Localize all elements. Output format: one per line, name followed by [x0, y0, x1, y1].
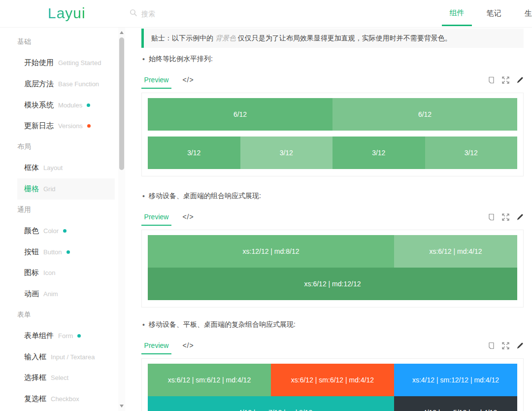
grid-row: xs:6/12 | sm:6/12 | md:4/12xs:6/12 | sm:… — [148, 364, 517, 396]
demo-container: xs:12/12 | md:8/12xs:6/12 | md:4/12xs:6/… — [141, 230, 524, 308]
sidebar-item-subtitle: Input / Textarea — [51, 353, 95, 361]
sidebar-item-subtitle: Versions — [58, 122, 83, 130]
grid-cell: xs:6/12 | md:12/12 — [148, 268, 517, 300]
example-heading: •移动设备、桌面端的组合响应式展现: — [141, 191, 524, 201]
tab-toolbar — [487, 340, 524, 349]
example-heading-text: 始终等比例水平排列: — [149, 55, 213, 64]
fullscreen-icon[interactable] — [501, 76, 509, 84]
nav-item-notes[interactable]: 笔记 — [479, 1, 509, 26]
bullet-icon: • — [142, 192, 145, 200]
grid-cell: 6/12 — [332, 98, 517, 131]
sidebar-item-select[interactable]: 选择框Select — [17, 368, 115, 389]
sidebar-item-anim[interactable]: 动画Anim — [17, 283, 115, 305]
doc-icon[interactable] — [487, 342, 495, 349]
sidebar-item-subtitle: Color — [43, 227, 59, 235]
grid-cell: xs:4/12 | sm:12/12 | md:4/12 — [394, 364, 517, 396]
doc-icon[interactable] — [487, 213, 495, 221]
tab-code[interactable]: </> — [176, 211, 200, 225]
sidebar-item-title: 颜色 — [17, 226, 39, 236]
example-tabs: Preview</> — [141, 340, 524, 355]
nav-item-ecosystem[interactable]: 生态 — [515, 1, 532, 26]
scroll-down-button[interactable] — [118, 402, 125, 410]
bullet-icon: • — [142, 321, 145, 329]
sidebar-item-title: 底层方法 — [17, 79, 54, 89]
tab-preview[interactable]: Preview — [141, 340, 171, 354]
tip-text: 贴士：以下示例中的 — [151, 34, 215, 42]
grid-cell: xs:4/12 | sm:5/12 | md:4/12 — [394, 396, 517, 411]
sidebar-item-modules[interactable]: 模块系统Modules — [17, 95, 115, 116]
sidebar-item-subtitle: Anim — [43, 290, 58, 298]
sidebar-item-title: 模块系统 — [17, 101, 54, 110]
example-heading-text: 移动设备、桌面端的组合响应式展现: — [149, 192, 261, 201]
sidebar-item-title: 更新日志 — [17, 121, 54, 131]
sidebar-item-subtitle: Grid — [43, 185, 56, 193]
edit-icon[interactable] — [516, 213, 524, 221]
main-content: 贴士：以下示例中的 背景色 仅仅只是为了让布局效果显得更加直观，实际使用时并不需… — [141, 28, 524, 411]
sidebar-item-layout[interactable]: 框体Layout — [17, 158, 115, 179]
status-dot — [77, 334, 81, 338]
top-nav: 组件笔记生态 — [0, 0, 532, 28]
edit-icon[interactable] — [516, 342, 524, 349]
tip-banner: 贴士：以下示例中的 背景色 仅仅只是为了让布局效果显得更加直观，实际使用时并不需… — [141, 29, 524, 48]
tab-toolbar — [487, 74, 524, 84]
sidebar-item-icon[interactable]: 图标Icon — [17, 263, 115, 284]
doc-icon[interactable] — [487, 76, 495, 84]
example-heading-text: 移动设备、平板、桌面端的复杂组合响应式展现: — [149, 320, 296, 329]
status-dot — [87, 124, 91, 128]
sidebar-item-title: 选择框 — [17, 373, 46, 382]
example-section: •始终等比例水平排列:Preview</> 6/126/123/123/123/… — [141, 54, 524, 176]
nav-item-components[interactable]: 组件 — [442, 1, 472, 26]
grid-cell: 3/12 — [240, 137, 333, 169]
sidebar-item-subtitle: Icon — [43, 269, 56, 276]
sidebar-item-base-function[interactable]: 底层方法Base Function — [17, 73, 115, 95]
sidebar-section-label: 通用 — [17, 200, 115, 221]
grid-cell: 3/12 — [332, 137, 425, 169]
fullscreen-icon[interactable] — [501, 213, 509, 221]
sidebar-item-title: 表单组件 — [17, 331, 54, 341]
grid-cell: xs:6/12 | sm:6/12 | md:4/12 — [148, 364, 271, 396]
edit-icon[interactable] — [516, 76, 524, 84]
tip-text-suffix: 仅仅只是为了让布局效果显得更加直观，实际使用时并不需要背景色。 — [236, 34, 452, 42]
tab-code[interactable]: </> — [176, 340, 200, 353]
sidebar-item-versions[interactable]: 更新日志Versions — [17, 115, 115, 137]
sidebar-section-label: 基础 — [17, 32, 115, 53]
sidebar-item-form[interactable]: 表单组件Form — [17, 325, 115, 346]
tab-code[interactable]: </> — [176, 74, 200, 88]
sidebar-item-title: 按钮 — [17, 247, 39, 257]
scroll-up-button[interactable] — [118, 29, 125, 36]
tip-emphasis: 背景色 — [215, 34, 236, 42]
sidebar-item-title: 输入框 — [17, 352, 46, 362]
sidebar-item-button[interactable]: 按钮Button — [17, 241, 115, 263]
scrollbar-thumb[interactable] — [119, 37, 124, 170]
tab-preview[interactable]: Preview — [141, 211, 171, 226]
grid-row: xs:6/12 | md:12/12 — [148, 268, 517, 300]
arrow-down-icon — [120, 405, 124, 408]
demo-container: 6/126/123/123/123/123/12 — [141, 93, 524, 176]
sidebar-item-title: 栅格 — [17, 184, 39, 194]
sidebar-item-grid[interactable]: 栅格Grid — [17, 178, 115, 200]
grid-row: 6/126/12 — [148, 98, 517, 131]
grid-cell: xs:6/12 | md:4/12 — [394, 235, 517, 268]
arrow-up-icon — [120, 31, 124, 34]
grid-cell: xs:12/12 | md:8/12 — [148, 235, 394, 268]
status-dot — [66, 250, 70, 254]
grid-cell: xs:6/12 | sm:6/12 | md:4/12 — [271, 364, 394, 396]
fullscreen-icon[interactable] — [501, 342, 509, 349]
sidebar-item-subtitle: Modules — [58, 102, 82, 109]
sidebar-scrollbar[interactable] — [118, 28, 125, 411]
example-tabs: Preview</> — [141, 211, 524, 226]
sidebar-section-label: 表单 — [17, 305, 115, 326]
sidebar-item-subtitle: Checkbox — [51, 395, 79, 403]
example-section: •移动设备、桌面端的组合响应式展现:Preview</> xs:12/12 | … — [141, 191, 524, 308]
tab-preview[interactable]: Preview — [141, 74, 171, 89]
sidebar-item-subtitle: Getting Started — [58, 59, 101, 67]
sidebar-item-subtitle: Base Function — [58, 80, 99, 88]
sidebar-item-color[interactable]: 颜色Color — [17, 220, 115, 241]
example-tabs: Preview</> — [141, 74, 524, 89]
sidebar-item-getting-started[interactable]: 开始使用Getting Started — [17, 53, 115, 74]
sidebar-item-checkbox[interactable]: 复选框Checkbox — [17, 388, 115, 410]
sidebar-item-input-textarea[interactable]: 输入框Input / Textarea — [17, 346, 115, 368]
grid-cell: 6/12 — [148, 98, 332, 131]
grid-cell: 3/12 — [148, 137, 240, 169]
example-section: •移动设备、平板、桌面端的复杂组合响应式展现:Preview</> xs:6/1… — [141, 320, 524, 411]
